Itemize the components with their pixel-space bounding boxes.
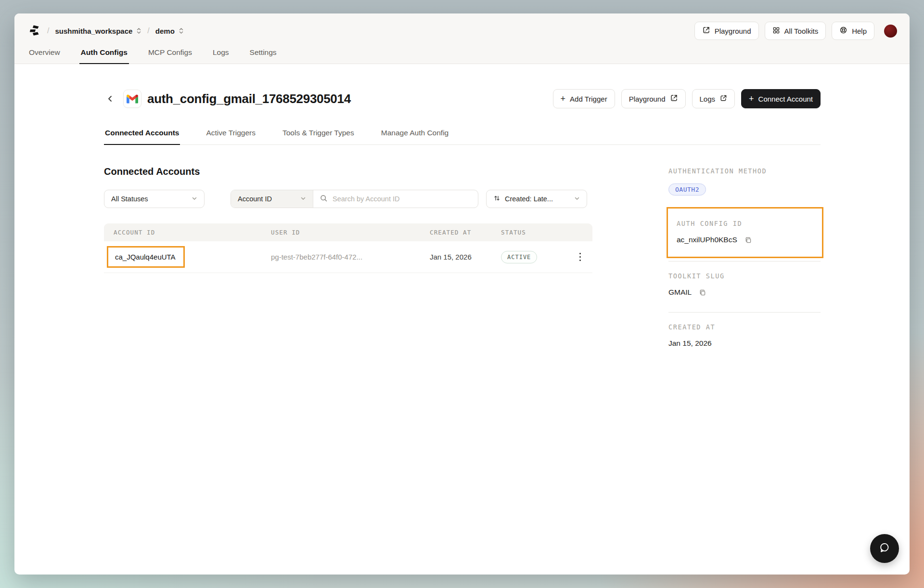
- project-name: demo: [155, 27, 175, 35]
- subtab-tools-trigger-types[interactable]: Tools & Trigger Types: [282, 129, 355, 144]
- col-header-created-at: CREATED AT: [430, 229, 501, 236]
- help-lifebuoy-icon: [839, 26, 847, 36]
- playground-open-button[interactable]: Playground: [621, 89, 686, 108]
- playground-button[interactable]: Playground: [694, 22, 759, 40]
- col-header-user-id: USER ID: [271, 229, 430, 236]
- back-button[interactable]: [104, 92, 116, 105]
- sort-arrows-icon: [493, 195, 500, 203]
- subtab-connected-accounts[interactable]: Connected Accounts: [104, 129, 180, 144]
- search-input[interactable]: [333, 195, 472, 203]
- auth-config-id-highlight-box: AUTH CONFIG ID ac_nxilUPh0KBcS: [667, 207, 823, 258]
- accounts-table: ACCOUNT ID USER ID CREATED AT STATUS ca_…: [104, 223, 592, 273]
- playground-icon: [670, 94, 678, 104]
- tab-mcp-configs[interactable]: MCP Configs: [147, 46, 193, 64]
- grid-icon: [772, 26, 780, 36]
- user-avatar[interactable]: [884, 25, 897, 38]
- add-trigger-button[interactable]: + Add Trigger: [553, 89, 615, 108]
- all-toolkits-button[interactable]: All Toolkits: [765, 22, 826, 40]
- search-field-select[interactable]: Account ID: [231, 190, 313, 208]
- page-title: auth_config_gmail_1768529305014: [147, 91, 351, 106]
- external-link-icon: [719, 94, 727, 104]
- detail-tabs: Connected Accounts Active Triggers Tools…: [104, 129, 821, 145]
- subtab-active-triggers[interactable]: Active Triggers: [205, 129, 257, 144]
- tab-logs[interactable]: Logs: [211, 46, 231, 64]
- logs-button[interactable]: Logs: [692, 89, 735, 108]
- plus-icon: +: [561, 94, 566, 103]
- primary-tabs: Overview Auth Configs MCP Configs Logs S…: [27, 46, 897, 64]
- sort-value: Created: Late...: [505, 195, 553, 203]
- table-header-row: ACCOUNT ID USER ID CREATED AT STATUS: [104, 223, 592, 241]
- playground-icon: [702, 26, 710, 36]
- connect-account-button[interactable]: + Connect Account: [741, 89, 821, 108]
- plus-icon: +: [749, 94, 754, 103]
- user-id-value: pg-test-7beb277f-64f0-472...: [271, 253, 430, 261]
- workspace-name: sushmitha_workspace: [55, 27, 132, 35]
- chevron-down-icon: [300, 195, 306, 203]
- playground-open-label: Playground: [629, 95, 666, 103]
- connect-account-label: Connect Account: [758, 95, 813, 103]
- oauth2-badge: OAUTH2: [668, 183, 706, 196]
- add-trigger-label: Add Trigger: [570, 95, 607, 103]
- chat-bubble-icon: [878, 541, 891, 556]
- col-header-status: STATUS: [501, 229, 565, 236]
- logs-label: Logs: [700, 95, 716, 103]
- copy-icon[interactable]: [744, 236, 752, 244]
- status-filter-select[interactable]: All Statuses: [104, 190, 205, 208]
- toolkit-slug-label: TOOLKIT SLUG: [668, 272, 821, 280]
- search-combo: Account ID: [231, 190, 478, 208]
- details-panel: AUTHENTICATION METHOD OAUTH2 AUTH CONFIG…: [668, 145, 821, 360]
- status-filter-value: All Statuses: [111, 195, 148, 203]
- chevron-updown-icon: [136, 27, 141, 34]
- search-field-value: Account ID: [238, 195, 272, 203]
- all-toolkits-label: All Toolkits: [784, 27, 819, 35]
- chevron-updown-icon: [179, 27, 184, 34]
- toolkit-slug-value: GMAIL: [668, 288, 692, 297]
- tab-auth-configs[interactable]: Auth Configs: [79, 46, 129, 64]
- chevron-down-icon: [192, 195, 197, 203]
- breadcrumb-separator: /: [147, 26, 149, 35]
- tab-overview[interactable]: Overview: [27, 46, 62, 64]
- created-at-label: CREATED AT: [668, 323, 821, 331]
- tab-settings[interactable]: Settings: [248, 46, 278, 64]
- sort-select[interactable]: Created: Late...: [486, 190, 587, 208]
- account-id-value: ca_JQaulq4euUTA: [115, 253, 176, 261]
- copy-icon[interactable]: [698, 288, 706, 297]
- breadcrumb-project[interactable]: demo: [155, 27, 184, 35]
- table-row[interactable]: ca_JQaulq4euUTA pg-test-7beb277f-64f0-47…: [104, 241, 592, 273]
- created-at-value: Jan 15, 2026: [668, 339, 712, 348]
- chevron-down-icon: [574, 195, 580, 203]
- auth-config-id-label: AUTH CONFIG ID: [677, 220, 813, 227]
- playground-label: Playground: [715, 27, 751, 35]
- account-id-highlight-box: ca_JQaulq4euUTA: [107, 246, 185, 268]
- row-menu-button[interactable]: [578, 250, 583, 264]
- help-button[interactable]: Help: [832, 22, 874, 40]
- breadcrumb-separator: /: [47, 26, 49, 35]
- section-heading: Connected Accounts: [104, 166, 592, 177]
- top-bar: / sushmitha_workspace / demo: [14, 13, 910, 64]
- status-badge: ACTIVE: [501, 251, 537, 263]
- gmail-icon: [123, 90, 141, 108]
- breadcrumb-workspace[interactable]: sushmitha_workspace: [55, 27, 141, 35]
- created-at-value: Jan 15, 2026: [430, 253, 501, 261]
- auth-config-id-value: ac_nxilUPh0KBcS: [677, 235, 737, 244]
- subtab-manage-auth-config[interactable]: Manage Auth Config: [380, 129, 449, 144]
- app-window: / sushmitha_workspace / demo: [14, 13, 910, 575]
- filters-row: All Statuses Account ID: [104, 190, 592, 208]
- help-label: Help: [852, 27, 867, 35]
- auth-method-label: AUTHENTICATION METHOD: [668, 167, 821, 175]
- search-icon: [320, 194, 328, 204]
- page-header: auth_config_gmail_1768529305014 + Add Tr…: [104, 89, 821, 108]
- composio-logo-icon[interactable]: [27, 24, 41, 38]
- chat-support-button[interactable]: [870, 534, 899, 563]
- col-header-account-id: ACCOUNT ID: [114, 229, 271, 236]
